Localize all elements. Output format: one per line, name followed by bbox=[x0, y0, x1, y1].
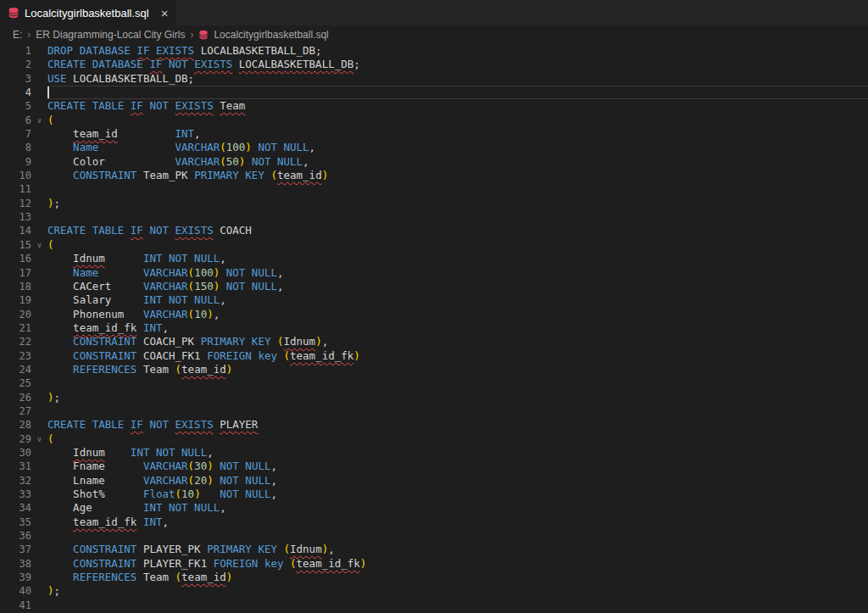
code-line[interactable]: 14CREATE TABLE IF NOT EXISTS COACH bbox=[0, 224, 868, 237]
fold-chevron-icon[interactable]: ∨ bbox=[31, 432, 47, 446]
code-line[interactable]: 33 Shot% Float(10) NOT NULL, bbox=[0, 488, 868, 501]
line-number[interactable]: 19 bbox=[0, 293, 31, 307]
fold-spacer bbox=[31, 363, 47, 376]
code-token: FOREIGN bbox=[207, 349, 252, 362]
code-line[interactable]: 18 CACert VARCHAR(150) NOT NULL, bbox=[0, 280, 868, 293]
line-number[interactable]: 34 bbox=[0, 501, 31, 515]
code-line[interactable]: 1DROP DATABASE IF EXISTS LOCALBASKETBALL… bbox=[0, 44, 868, 58]
line-number[interactable]: 11 bbox=[0, 182, 31, 196]
line-number[interactable]: 2 bbox=[0, 58, 31, 71]
code-token: VARCHAR bbox=[175, 155, 220, 168]
line-number[interactable]: 18 bbox=[0, 280, 31, 293]
breadcrumb-item-folder[interactable]: ER Diagramming-Local City Girls bbox=[36, 29, 185, 41]
line-number[interactable]: 28 bbox=[0, 418, 31, 432]
code-line[interactable]: 30 Idnum INT NOT NULL, bbox=[0, 446, 868, 460]
line-number[interactable]: 15 bbox=[0, 238, 31, 252]
code-line[interactable]: 8 Name VARCHAR(100) NOT NULL, bbox=[0, 141, 868, 154]
code-line[interactable]: 29∨( bbox=[0, 432, 868, 446]
code-line[interactable]: 22 CONSTRAINT COACH_PK PRIMARY KEY (Idnu… bbox=[0, 335, 868, 348]
code-line[interactable]: 26); bbox=[0, 391, 868, 404]
code-text: Color VARCHAR(50) NOT NULL, bbox=[47, 155, 868, 169]
code-line[interactable]: 19 Salary INT NOT NULL, bbox=[0, 293, 868, 307]
code-line[interactable]: 28CREATE TABLE IF NOT EXISTS PLAYER bbox=[0, 418, 868, 432]
line-number[interactable]: 5 bbox=[0, 99, 31, 113]
line-number[interactable]: 36 bbox=[0, 529, 31, 543]
code-line[interactable]: 9 Color VARCHAR(50) NOT NULL, bbox=[0, 155, 868, 169]
code-line[interactable]: 13 bbox=[0, 210, 868, 224]
line-number[interactable]: 24 bbox=[0, 363, 31, 376]
line-number[interactable]: 7 bbox=[0, 127, 31, 141]
code-line[interactable]: 23 CONSTRAINT COACH_FK1 FOREIGN key (tea… bbox=[0, 349, 868, 363]
code-line[interactable]: 15∨( bbox=[0, 238, 868, 252]
line-number[interactable]: 20 bbox=[0, 308, 31, 321]
code-line[interactable]: 40); bbox=[0, 584, 868, 598]
line-number[interactable]: 21 bbox=[0, 321, 31, 335]
line-number[interactable]: 22 bbox=[0, 335, 31, 348]
code-token: ( bbox=[270, 169, 277, 181]
line-number[interactable]: 31 bbox=[0, 460, 31, 473]
line-number[interactable]: 12 bbox=[0, 197, 31, 210]
line-number[interactable]: 35 bbox=[0, 515, 31, 529]
editor[interactable]: 1DROP DATABASE IF EXISTS LOCALBASKETBALL… bbox=[0, 44, 868, 613]
editor-tab[interactable]: Localcitygirlbasketball.sql × bbox=[0, 0, 176, 25]
code-line[interactable]: 20 Phonenum VARCHAR(10), bbox=[0, 308, 868, 321]
code-token: NOT NULL bbox=[258, 141, 309, 153]
line-number[interactable]: 8 bbox=[0, 141, 31, 154]
line-number[interactable]: 27 bbox=[0, 404, 31, 418]
line-number[interactable]: 23 bbox=[0, 349, 31, 363]
code-line[interactable]: 37 CONSTRAINT PLAYER_PK PRIMARY KEY (Idn… bbox=[0, 543, 868, 556]
tab-close-icon[interactable]: × bbox=[161, 7, 169, 20]
fold-chevron-icon[interactable]: ∨ bbox=[31, 238, 47, 252]
code-line[interactable]: 32 Lname VARCHAR(20) NOT NULL, bbox=[0, 474, 868, 488]
code-line[interactable]: 38 CONSTRAINT PLAYER_FK1 FOREIGN key (te… bbox=[0, 557, 868, 571]
line-number[interactable]: 14 bbox=[0, 224, 31, 237]
code-line[interactable]: 41 bbox=[0, 599, 868, 612]
code-line[interactable]: 31 Fname VARCHAR(30) NOT NULL, bbox=[0, 460, 868, 473]
code-line[interactable]: 11 bbox=[0, 182, 868, 196]
breadcrumb-item-drive[interactable]: E: bbox=[13, 29, 22, 41]
code-line[interactable]: 21 team_id_fk INT, bbox=[0, 321, 868, 335]
line-number[interactable]: 30 bbox=[0, 446, 31, 460]
code-line[interactable]: 3USE LOCALBASKETBALL_DB; bbox=[0, 72, 868, 86]
line-number[interactable]: 16 bbox=[0, 252, 31, 265]
code-line[interactable]: 10 CONSTRAINT Team_PK PRIMARY KEY (team_… bbox=[0, 169, 868, 182]
line-number[interactable]: 4 bbox=[0, 86, 31, 99]
code-line[interactable]: 39 REFERENCES Team (team_id) bbox=[0, 571, 868, 584]
line-number[interactable]: 25 bbox=[0, 376, 31, 390]
line-number[interactable]: 6 bbox=[0, 114, 31, 127]
line-number[interactable]: 1 bbox=[0, 44, 31, 58]
code-line[interactable]: 35 team_id_fk INT, bbox=[0, 515, 868, 529]
line-number[interactable]: 40 bbox=[0, 584, 31, 598]
line-number[interactable]: 32 bbox=[0, 474, 31, 488]
line-number[interactable]: 39 bbox=[0, 571, 31, 584]
line-number[interactable]: 33 bbox=[0, 488, 31, 501]
line-number[interactable]: 13 bbox=[0, 210, 31, 224]
code-line[interactable]: 34 Age INT NOT NULL, bbox=[0, 501, 868, 515]
code-line[interactable]: 4 bbox=[0, 86, 868, 99]
line-number[interactable]: 26 bbox=[0, 391, 31, 404]
code-line[interactable]: 24 REFERENCES Team (team_id) bbox=[0, 363, 868, 376]
line-number[interactable]: 10 bbox=[0, 169, 31, 182]
fold-chevron-icon[interactable]: ∨ bbox=[31, 114, 47, 127]
line-number[interactable]: 3 bbox=[0, 72, 31, 86]
code-token: Team bbox=[143, 363, 169, 376]
code-text: ( bbox=[47, 114, 868, 127]
code-line[interactable]: 27 bbox=[0, 404, 868, 418]
code-line[interactable]: 6∨( bbox=[0, 114, 868, 127]
line-number[interactable]: 29 bbox=[0, 432, 31, 446]
code-line[interactable]: 25 bbox=[0, 376, 868, 390]
code-line[interactable]: 7 team_id INT, bbox=[0, 127, 868, 141]
line-number[interactable]: 37 bbox=[0, 543, 31, 556]
code-line[interactable]: 36 bbox=[0, 529, 868, 543]
code-line[interactable]: 12); bbox=[0, 197, 868, 210]
line-number[interactable]: 17 bbox=[0, 266, 31, 280]
code-line[interactable]: 5CREATE TABLE IF NOT EXISTS Team bbox=[0, 99, 868, 113]
code-text: team_id_fk INT, bbox=[47, 515, 868, 529]
line-number[interactable]: 41 bbox=[0, 599, 31, 612]
breadcrumb-item-file[interactable]: Localcitygirlbasketball.sql bbox=[214, 29, 328, 41]
line-number[interactable]: 38 bbox=[0, 557, 31, 571]
line-number[interactable]: 9 bbox=[0, 155, 31, 169]
code-line[interactable]: 2CREATE DATABASE IF NOT EXISTS LOCALBASK… bbox=[0, 58, 868, 71]
code-line[interactable]: 17 Name VARCHAR(100) NOT NULL, bbox=[0, 266, 868, 280]
code-line[interactable]: 16 Idnum INT NOT NULL, bbox=[0, 252, 868, 265]
